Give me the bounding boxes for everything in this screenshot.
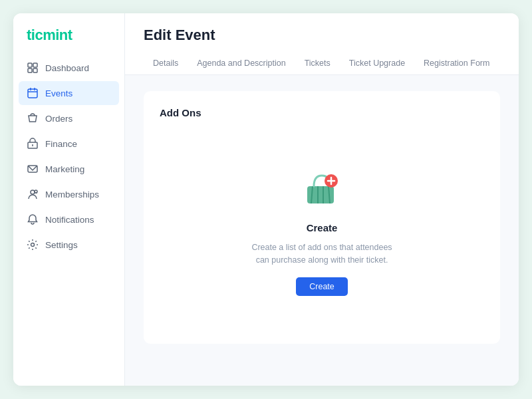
sidebar-item-events[interactable]: Events xyxy=(19,81,119,105)
sidebar-item-label: Dashboard xyxy=(45,63,89,73)
grid-icon xyxy=(27,62,39,74)
tab-tickets[interactable]: Tickets xyxy=(295,53,340,74)
sidebar-item-marketing[interactable]: Marketing xyxy=(19,157,119,181)
svg-rect-1 xyxy=(33,63,37,67)
calendar-icon xyxy=(27,87,39,99)
tab-details[interactable]: Details xyxy=(144,53,188,74)
sidebar: ticmint Dashboard xyxy=(13,13,125,386)
create-button[interactable]: Create xyxy=(296,277,348,296)
sidebar-item-settings[interactable]: Settings xyxy=(19,233,119,257)
sidebar-item-label: Notifications xyxy=(45,215,94,225)
svg-point-11 xyxy=(31,190,35,194)
svg-rect-2 xyxy=(28,68,32,72)
empty-state-description: Create a list of add ons that attendees … xyxy=(249,241,395,267)
tab-registration-form[interactable]: Registration Form xyxy=(414,53,499,74)
bag-icon xyxy=(27,112,39,124)
main-content: Add Ons xyxy=(125,75,519,386)
sidebar-item-label: Settings xyxy=(45,240,78,250)
tab-goodies[interactable]: Goodies xyxy=(499,53,500,74)
mail-icon xyxy=(27,163,39,175)
sidebar-item-label: Orders xyxy=(45,114,72,124)
sidebar-item-label: Finance xyxy=(45,139,77,149)
gear-icon xyxy=(27,239,39,251)
content-card: Add Ons xyxy=(144,91,500,344)
tab-agenda[interactable]: Agenda and Description xyxy=(188,53,295,74)
svg-rect-3 xyxy=(33,68,37,72)
basket-icon xyxy=(298,164,346,211)
app-container: ticmint Dashboard xyxy=(13,13,519,386)
person-icon xyxy=(27,188,39,200)
svg-point-14 xyxy=(31,243,35,247)
svg-rect-0 xyxy=(28,63,32,67)
building-icon xyxy=(27,138,39,150)
bell-icon xyxy=(27,213,39,225)
sidebar-nav: Dashboard Events xyxy=(13,56,124,257)
svg-rect-4 xyxy=(28,89,37,98)
sidebar-item-dashboard[interactable]: Dashboard xyxy=(19,56,119,80)
main-header: Edit Event Details Agenda and Descriptio… xyxy=(125,13,519,75)
sidebar-item-label: Events xyxy=(45,88,72,98)
empty-state-title: Create xyxy=(307,222,338,233)
tabs-bar: Details Agenda and Description Tickets T… xyxy=(144,53,500,74)
sidebar-item-memberships[interactable]: Memberships xyxy=(19,182,119,206)
section-title: Add Ons xyxy=(160,107,484,118)
sidebar-item-finance[interactable]: Finance xyxy=(19,132,119,156)
page-title: Edit Event xyxy=(144,27,500,44)
sidebar-item-label: Memberships xyxy=(45,190,99,200)
sidebar-item-orders[interactable]: Orders xyxy=(19,106,119,130)
empty-state: Create Create a list of add ons that att… xyxy=(160,132,484,328)
tab-ticket-upgrade[interactable]: Ticket Upgrade xyxy=(340,53,414,74)
sidebar-item-label: Marketing xyxy=(45,164,84,174)
brand-logo: ticmint xyxy=(13,13,124,56)
main-area: Edit Event Details Agenda and Descriptio… xyxy=(125,13,519,386)
sidebar-item-notifications[interactable]: Notifications xyxy=(19,207,119,231)
